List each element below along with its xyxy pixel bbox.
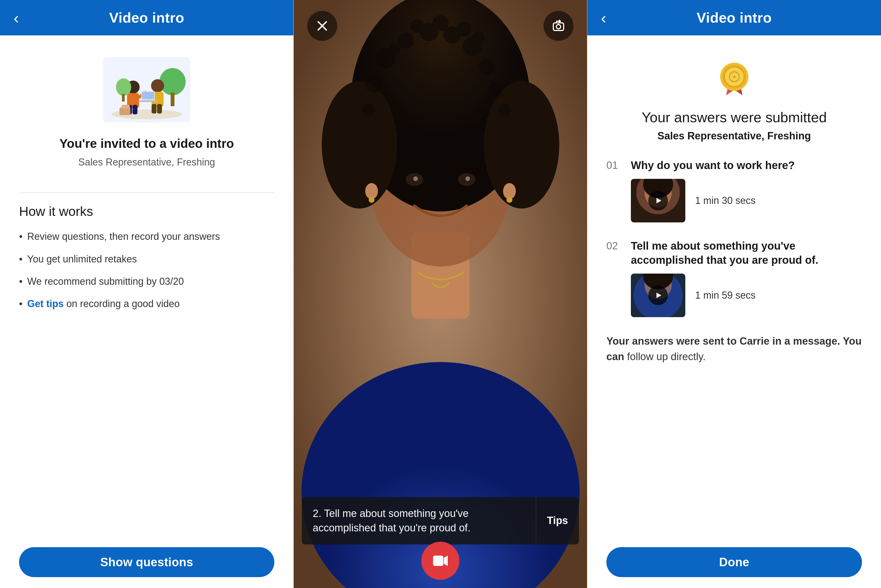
- video-duration-2: 1 min 59 secs: [695, 290, 755, 301]
- close-camera-button[interactable]: [307, 11, 337, 41]
- video-thumbnail-2[interactable]: [631, 274, 685, 317]
- list-item-tips: Get tips on recording a good video: [19, 297, 274, 310]
- video-thumb-row-2: 1 min 59 secs: [631, 274, 862, 317]
- current-question-text: 2. Tell me about something you've accomp…: [302, 497, 536, 544]
- video-thumbnail-1[interactable]: [631, 179, 685, 222]
- question-number-2: 02: [606, 239, 623, 252]
- how-it-works: How it works Review questions, then reco…: [19, 204, 274, 320]
- svg-point-9: [151, 79, 164, 92]
- left-bottom: Show questions: [0, 536, 294, 588]
- how-list: Review questions, then record your answe…: [19, 230, 274, 311]
- invite-title: You're invited to a video intro: [59, 136, 234, 151]
- svg-rect-11: [151, 104, 156, 114]
- sent-message: Your answers were sent to Carrie in a me…: [606, 333, 862, 364]
- svg-rect-2: [171, 93, 174, 106]
- svg-point-50: [506, 197, 512, 203]
- medal-icon: [606, 57, 862, 98]
- svg-marker-72: [656, 292, 661, 298]
- svg-point-62: [733, 75, 736, 78]
- list-item: Review questions, then record your answe…: [19, 230, 274, 243]
- record-button[interactable]: [421, 542, 459, 580]
- right-panel: ‹ Video intro Your answers were submitte…: [587, 0, 881, 588]
- question-number-1: 01: [606, 158, 623, 171]
- svg-point-37: [498, 104, 511, 117]
- list-item: We recommend submitting by 03/20: [19, 274, 274, 288]
- svg-point-34: [488, 82, 503, 97]
- question-label-2: Tell me about something you've accomplis…: [631, 239, 862, 267]
- camera-question-bar: 2. Tell me about something you've accomp…: [302, 497, 579, 544]
- svg-point-1: [159, 68, 186, 95]
- flip-camera-button[interactable]: [544, 11, 574, 41]
- svg-point-45: [414, 176, 418, 181]
- get-tips-link[interactable]: Get tips: [27, 298, 64, 309]
- svg-point-26: [322, 81, 397, 208]
- question-body-1: Why do you want to work here?: [631, 158, 862, 222]
- center-panel: 2. Tell me about something you've accomp…: [294, 0, 587, 588]
- divider: [19, 192, 274, 193]
- play-button-1[interactable]: [648, 191, 668, 210]
- record-button-container: [421, 542, 459, 580]
- svg-rect-7: [133, 105, 138, 114]
- svg-point-35: [365, 75, 383, 93]
- tips-button[interactable]: Tips: [536, 497, 579, 544]
- svg-rect-15: [142, 92, 154, 99]
- svg-point-36: [362, 104, 375, 117]
- left-content: You're invited to a video intro Sales Re…: [0, 35, 294, 536]
- right-back-button[interactable]: ‹: [601, 9, 606, 27]
- right-header: ‹ Video intro: [587, 0, 881, 35]
- question-body-2: Tell me about something you've accomplis…: [631, 239, 862, 317]
- svg-point-19: [116, 78, 131, 96]
- left-header-title: Video intro: [109, 9, 184, 26]
- how-title: How it works: [19, 204, 274, 219]
- svg-rect-17: [120, 108, 130, 115]
- svg-marker-67: [656, 198, 661, 203]
- camera-overlay-top: [294, 0, 587, 52]
- left-panel: ‹ Video intro: [0, 0, 294, 588]
- invite-subtitle: Sales Representative, Freshing: [78, 156, 215, 168]
- svg-rect-16: [139, 100, 157, 102]
- svg-point-48: [503, 183, 516, 199]
- done-button[interactable]: Done: [606, 547, 862, 577]
- play-button-2[interactable]: [648, 285, 668, 305]
- invite-illustration: [103, 57, 190, 123]
- right-content: Your answers were submitted Sales Repres…: [587, 35, 881, 536]
- svg-point-46: [465, 176, 470, 181]
- submitted-subtitle: Sales Representative, Freshing: [606, 130, 862, 142]
- camera-view: 2. Tell me about something you've accomp…: [294, 0, 587, 588]
- question-label-1: Why do you want to work here?: [631, 158, 862, 172]
- list-item-tips-suffix: on recording a good video: [64, 298, 180, 309]
- question-item-2: 02 Tell me about something you've accomp…: [606, 239, 862, 317]
- left-back-button[interactable]: ‹: [13, 9, 19, 27]
- question-item-1: 01 Why do you want to work here?: [606, 158, 862, 222]
- svg-rect-12: [157, 104, 162, 114]
- svg-rect-18: [122, 105, 130, 109]
- svg-rect-20: [122, 94, 124, 102]
- list-item: You get unlimited retakes: [19, 252, 274, 266]
- svg-point-49: [369, 197, 375, 203]
- submitted-title: Your answers were submitted: [606, 109, 862, 126]
- right-bottom: Done: [587, 536, 881, 588]
- right-header-title: Video intro: [697, 9, 772, 26]
- svg-point-54: [556, 24, 561, 29]
- svg-rect-55: [433, 556, 443, 566]
- show-questions-button[interactable]: Show questions: [19, 547, 274, 577]
- video-thumb-row-1: 1 min 30 secs: [631, 179, 862, 222]
- svg-point-33: [479, 59, 494, 74]
- svg-point-27: [484, 81, 559, 208]
- video-duration-1: 1 min 30 secs: [695, 195, 755, 206]
- sent-message-normal: follow up directly.: [627, 351, 706, 362]
- left-header: ‹ Video intro: [0, 0, 294, 35]
- svg-point-47: [365, 183, 378, 199]
